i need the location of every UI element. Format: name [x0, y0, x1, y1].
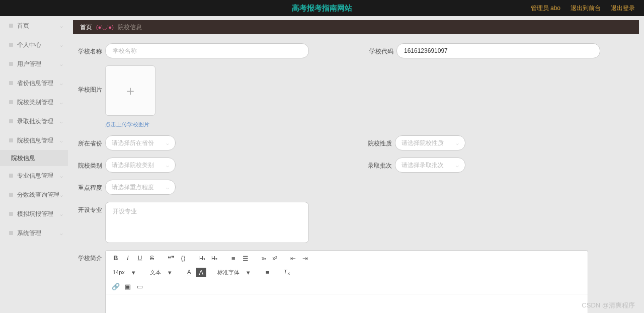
form-content: 学校名称 学校代码 学校图片 ＋ 点击上传学校图片	[73, 34, 639, 313]
sidebar-item-9[interactable]: 分数线查询管理⌵	[0, 185, 68, 204]
bold-icon[interactable]: B	[111, 254, 121, 263]
outdent-icon[interactable]: ⇥	[300, 254, 310, 263]
rich-editor: B I U S ❝❞ ⟨⟩ H₁ H₂ ≡ ☰	[105, 250, 588, 313]
nature-placeholder: 请选择院校性质	[401, 139, 444, 147]
italic-icon[interactable]: I	[123, 254, 133, 263]
editor-body[interactable]	[106, 294, 588, 313]
sidebar-item-label: 专业信息管理	[17, 172, 53, 180]
sidebar-item-4[interactable]: 院校类别管理⌵	[0, 93, 68, 112]
align-icon[interactable]: ≡	[263, 268, 273, 277]
strike-icon[interactable]: S	[147, 254, 157, 263]
chevron-down-icon: ⌵	[60, 192, 63, 198]
sidebar-item-label: 省份信息管理	[17, 79, 53, 88]
text-select[interactable]: 文本	[148, 268, 163, 277]
chevron-down-icon: ⌵	[60, 173, 63, 179]
keylevel-placeholder: 请选择重点程度	[112, 183, 154, 192]
quote-icon[interactable]: ❝❞	[166, 254, 176, 263]
chevron-down-icon: ⌵	[60, 61, 63, 67]
text-color-icon[interactable]: A	[184, 268, 194, 277]
sidebar-item-5[interactable]: 录取批次管理⌵	[0, 112, 68, 131]
sidebar-item-3[interactable]: 省份信息管理⌵	[0, 73, 68, 93]
keylevel-select[interactable]: 请选择重点程度 ⌵	[105, 180, 176, 195]
breadcrumb-current: 院校信息	[118, 23, 142, 32]
underline-icon[interactable]: U	[135, 254, 145, 263]
indent-icon[interactable]: ⇤	[288, 254, 298, 263]
sub-icon[interactable]: x₂	[260, 254, 269, 263]
watermark: CSDN @清爽程序	[582, 301, 635, 310]
menu-dot-icon	[9, 119, 13, 123]
plus-icon: ＋	[124, 82, 137, 100]
sidebar-item-1[interactable]: 个人中心⌵	[0, 35, 68, 54]
code-icon[interactable]: ⟨⟩	[178, 254, 188, 263]
menu-dot-icon	[9, 62, 13, 66]
menu-dot-icon	[9, 138, 13, 142]
link-icon[interactable]: 🔗	[111, 282, 121, 291]
ol-icon[interactable]: ≡	[228, 254, 238, 263]
sidebar-item-label: 系统管理	[17, 229, 41, 238]
sidebar-item-label: 分数线查询管理	[17, 191, 59, 199]
major-textarea[interactable]	[105, 202, 309, 243]
menu-dot-icon	[9, 43, 13, 47]
school-code-label: 学校代码	[369, 43, 396, 56]
breadcrumb-home[interactable]: 首页	[80, 23, 92, 32]
chevron-down-icon: ⌵	[60, 100, 63, 105]
image-icon[interactable]: ▣	[123, 282, 133, 291]
sidebar-item-0[interactable]: 首页⌵	[0, 16, 68, 35]
nature-select[interactable]: 请选择院校性质 ⌵	[395, 135, 465, 150]
app-header: 高考报考指南网站 管理员 abo 退出到前台 退出登录	[0, 0, 644, 16]
image-uploader[interactable]: ＋	[105, 65, 155, 116]
batch-select[interactable]: 请选择录取批次 ⌵	[395, 158, 465, 173]
chevron-down-icon: ⌵	[456, 163, 459, 168]
video-icon[interactable]: ▭	[135, 282, 145, 291]
menu-dot-icon	[9, 212, 13, 216]
chevron-down-icon: ⌵	[166, 140, 169, 146]
header-actions: 管理员 abo 退出到前台 退出登录	[531, 4, 635, 13]
exit-front-link[interactable]: 退出到前台	[571, 4, 601, 13]
province-label: 所在省份	[78, 135, 105, 148]
sidebar-item-2[interactable]: 用户管理⌵	[0, 54, 68, 73]
upload-hint[interactable]: 点击上传学校图片	[105, 121, 155, 128]
editor-toolbar: B I U S ❝❞ ⟨⟩ H₁ H₂ ≡ ☰	[106, 251, 588, 294]
menu-dot-icon	[9, 174, 13, 178]
menu-dot-icon	[9, 100, 13, 104]
sidebar-item-label: 录取批次管理	[17, 117, 53, 126]
fontfamily-select[interactable]: 标准字体	[215, 268, 242, 277]
province-select[interactable]: 请选择所在省份 ⌵	[105, 135, 176, 150]
sidebar-item-label: 首页	[17, 22, 29, 30]
batch-placeholder: 请选择录取批次	[401, 161, 444, 170]
school-code-input[interactable]	[396, 43, 600, 58]
sup-icon[interactable]: x²	[270, 254, 279, 263]
bg-color-icon[interactable]: A	[196, 268, 206, 277]
sidebar-item-label: 用户管理	[17, 60, 41, 68]
sidebar-item-6[interactable]: 院校信息管理⌵	[0, 131, 68, 150]
menu-dot-icon	[9, 24, 13, 28]
sidebar-item-10[interactable]: 模拟填报管理⌵	[0, 204, 68, 223]
h2-icon[interactable]: H₂	[209, 254, 219, 263]
chevron-down-icon: ⌵	[456, 140, 459, 146]
sidebar-item-label: 院校信息管理	[17, 136, 53, 145]
sidebar-item-label: 个人中心	[17, 41, 41, 49]
sidebar-item-8[interactable]: 专业信息管理⌵	[0, 166, 68, 185]
h1-icon[interactable]: H₁	[197, 254, 207, 263]
ul-icon[interactable]: ☰	[240, 254, 251, 263]
chevron-down-icon: ⌵	[60, 23, 63, 29]
category-select[interactable]: 请选择院校类别 ⌵	[105, 158, 176, 173]
intro-label: 学校简介	[78, 250, 105, 263]
chevron-down-icon: ⌵	[60, 138, 63, 143]
sidebar-item-7[interactable]: 院校信息	[0, 150, 68, 166]
clear-format-icon[interactable]: Tₓ	[282, 268, 292, 277]
menu-dot-icon	[9, 193, 13, 197]
menu-dot-icon	[9, 231, 13, 235]
admin-label[interactable]: 管理员 abo	[531, 4, 560, 13]
logout-link[interactable]: 退出登录	[611, 4, 635, 13]
major-label: 开设专业	[78, 202, 105, 214]
province-placeholder: 请选择所在省份	[112, 139, 154, 147]
breadcrumb: 首页 (●'◡'●) 院校信息	[73, 20, 639, 34]
menu-dot-icon	[9, 81, 13, 85]
app-title: 高考报考指南网站	[292, 4, 352, 13]
sidebar-item-11[interactable]: 系统管理⌵	[0, 223, 68, 243]
fontsize-select[interactable]: 14px	[111, 268, 127, 277]
sidebar-item-label: 院校类别管理	[17, 98, 53, 107]
sidebar: 首页⌵个人中心⌵用户管理⌵省份信息管理⌵院校类别管理⌵录取批次管理⌵院校信息管理…	[0, 16, 68, 313]
school-name-input[interactable]	[105, 43, 309, 58]
